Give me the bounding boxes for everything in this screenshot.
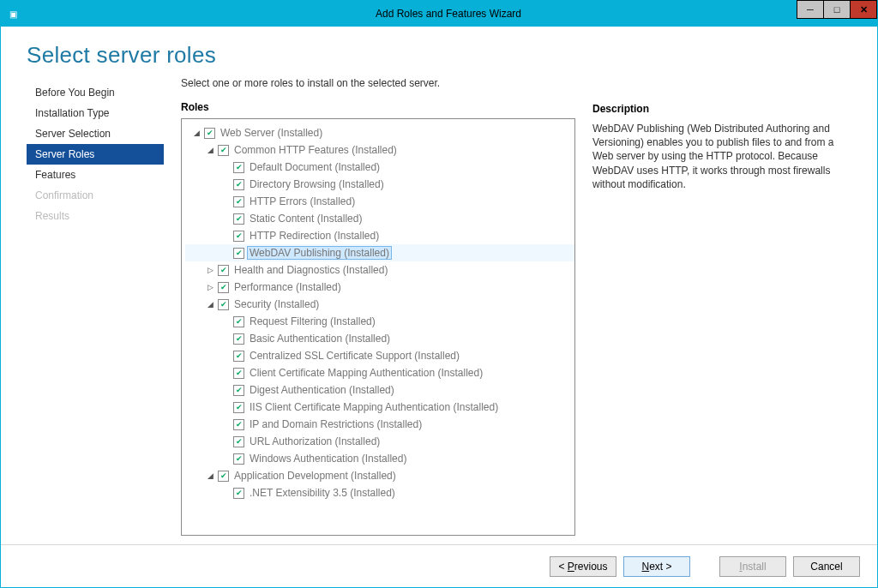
checkbox[interactable]: [233, 385, 244, 396]
tree-node-label: HTTP Errors (Installed): [250, 195, 355, 207]
tree-node[interactable]: Digest Authentication (Installed): [185, 381, 574, 399]
roles-heading: Roles: [181, 101, 575, 113]
sidebar-item-before-you-begin[interactable]: Before You Begin: [27, 82, 164, 103]
tree-node-label: Health and Diagnostics (Installed): [234, 264, 388, 276]
close-button[interactable]: ✕: [850, 0, 877, 19]
tree-node[interactable]: ◢Security (Installed): [185, 296, 574, 313]
tree-node-label: IP and Domain Restrictions (Installed): [250, 418, 422, 430]
tree-node[interactable]: ◢Web Server (Installed): [185, 124, 574, 141]
tree-node[interactable]: ◢Application Development (Installed): [185, 467, 574, 484]
checkbox[interactable]: [233, 402, 244, 413]
tree-node[interactable]: IP and Domain Restrictions (Installed): [185, 416, 574, 433]
checkbox[interactable]: [218, 282, 229, 293]
checkbox[interactable]: [233, 419, 244, 430]
tree-node[interactable]: ▷Health and Diagnostics (Installed): [185, 261, 574, 279]
tree-node[interactable]: Windows Authentication (Installed): [185, 450, 574, 467]
tree-node[interactable]: Default Document (Installed): [185, 159, 574, 176]
description-pane: Description WebDAV Publishing (Web Distr…: [592, 77, 851, 536]
tree-node-label: Basic Authentication (Installed): [250, 333, 390, 345]
checkbox[interactable]: [204, 128, 215, 139]
tree-node-label: Centralized SSL Certificate Support (Ins…: [250, 350, 460, 362]
maximize-icon: □: [834, 4, 840, 15]
tree-node-label: Static Content (Installed): [250, 213, 362, 225]
install-button[interactable]: Install: [719, 556, 786, 577]
tree-node-label: Security (Installed): [234, 298, 319, 310]
checkbox[interactable]: [233, 248, 244, 259]
tree-node[interactable]: Request Filtering (Installed): [185, 313, 574, 330]
tree-node[interactable]: Directory Browsing (Installed): [185, 176, 574, 193]
description-heading: Description: [592, 103, 851, 115]
close-icon: ✕: [860, 4, 868, 15]
maximize-button[interactable]: □: [823, 0, 851, 19]
collapse-icon[interactable]: ◢: [204, 471, 216, 480]
titlebar: ▣ Add Roles and Features Wizard ─ □ ✕: [1, 1, 877, 27]
tree-node[interactable]: ▷Performance (Installed): [185, 279, 574, 296]
checkbox[interactable]: [233, 368, 244, 379]
checkbox[interactable]: [218, 145, 229, 156]
sidebar-item-results: Results: [27, 206, 164, 226]
checkbox[interactable]: [233, 453, 244, 465]
collapse-icon[interactable]: ◢: [190, 129, 202, 137]
tree-node[interactable]: .NET Extensibility 3.5 (Installed): [185, 484, 574, 501]
roles-tree-container: ◢Web Server (Installed)◢Common HTTP Feat…: [181, 118, 575, 536]
checkbox[interactable]: [233, 213, 244, 225]
minimize-icon: ─: [807, 4, 814, 15]
content: Select one or more roles to install on t…: [181, 77, 851, 536]
tree-node-label: .NET Extensibility 3.5 (Installed): [250, 487, 395, 499]
collapse-icon[interactable]: ◢: [204, 300, 216, 309]
tree-node[interactable]: HTTP Errors (Installed): [185, 193, 574, 210]
checkbox[interactable]: [233, 488, 244, 499]
tree-node-label: Web Server (Installed): [220, 127, 322, 139]
checkbox[interactable]: [233, 333, 244, 345]
checkbox[interactable]: [233, 196, 244, 207]
tree-node[interactable]: Centralized SSL Certificate Support (Ins…: [185, 347, 574, 364]
footer: < Previous Next > Install Cancel: [1, 544, 877, 587]
roles-tree[interactable]: ◢Web Server (Installed)◢Common HTTP Feat…: [182, 119, 574, 535]
sidebar-item-server-selection[interactable]: Server Selection: [27, 123, 164, 144]
app-icon: ▣: [6, 7, 20, 21]
sidebar: Before You BeginInstallation TypeServer …: [27, 77, 164, 536]
page-title: Select server roles: [27, 42, 851, 69]
tree-node-label: Client Certificate Mapping Authenticatio…: [250, 367, 483, 379]
sidebar-item-installation-type[interactable]: Installation Type: [27, 103, 164, 123]
next-button[interactable]: Next >: [623, 556, 690, 577]
tree-node[interactable]: IIS Client Certificate Mapping Authentic…: [185, 399, 574, 416]
tree-node-label: HTTP Redirection (Installed): [250, 230, 379, 242]
tree-node[interactable]: ◢Common HTTP Features (Installed): [185, 141, 574, 159]
tree-node[interactable]: Static Content (Installed): [185, 210, 574, 227]
checkbox[interactable]: [233, 231, 244, 242]
previous-button[interactable]: < Previous: [550, 556, 616, 577]
wizard-window: ▣ Add Roles and Features Wizard ─ □ ✕ Se…: [0, 0, 878, 588]
checkbox[interactable]: [233, 436, 244, 447]
checkbox[interactable]: [233, 316, 244, 327]
header: Select server roles: [1, 27, 877, 77]
checkbox[interactable]: [233, 162, 244, 173]
tree-node[interactable]: HTTP Redirection (Installed): [185, 227, 574, 244]
tree-node-label: Digest Authentication (Installed): [250, 384, 394, 396]
tree-node-label: Performance (Installed): [234, 281, 341, 293]
tree-node[interactable]: URL Authorization (Installed): [185, 433, 574, 450]
checkbox[interactable]: [218, 265, 229, 276]
tree-node-label: Windows Authentication (Installed): [250, 453, 406, 465]
expand-icon[interactable]: ▷: [204, 266, 216, 274]
main-area: Before You BeginInstallation TypeServer …: [1, 77, 877, 544]
tree-node-label: WebDAV Publishing (Installed): [247, 246, 392, 260]
checkbox[interactable]: [218, 299, 229, 310]
collapse-icon[interactable]: ◢: [204, 146, 216, 154]
window-title: Add Roles and Features Wizard: [20, 8, 877, 20]
minimize-button[interactable]: ─: [797, 0, 824, 19]
checkbox[interactable]: [233, 351, 244, 362]
cancel-button[interactable]: Cancel: [793, 556, 860, 577]
instruction-text: Select one or more roles to install on t…: [181, 77, 575, 89]
tree-node-label: Default Document (Installed): [250, 161, 380, 173]
tree-node[interactable]: Client Certificate Mapping Authenticatio…: [185, 364, 574, 381]
checkbox[interactable]: [233, 179, 244, 190]
sidebar-item-features[interactable]: Features: [27, 165, 164, 185]
tree-node-label: Application Development (Installed): [234, 470, 396, 482]
checkbox[interactable]: [218, 471, 229, 482]
expand-icon[interactable]: ▷: [204, 283, 216, 291]
sidebar-item-server-roles[interactable]: Server Roles: [27, 144, 164, 165]
tree-node-label: URL Authorization (Installed): [250, 435, 380, 447]
tree-node[interactable]: WebDAV Publishing (Installed): [185, 244, 574, 261]
tree-node[interactable]: Basic Authentication (Installed): [185, 330, 574, 347]
